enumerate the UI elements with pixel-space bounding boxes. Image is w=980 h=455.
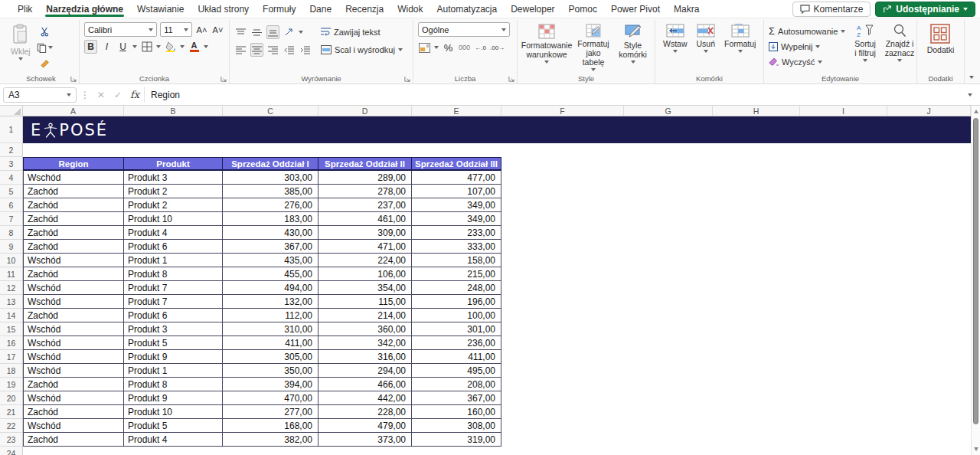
- table-cell[interactable]: 385,00: [223, 185, 318, 198]
- table-header-cell[interactable]: Sprzedaż Oddział III: [412, 157, 501, 171]
- cancel-button[interactable]: ✕: [93, 90, 109, 100]
- menu-tab-widok[interactable]: Widok: [390, 0, 430, 18]
- table-cell[interactable]: Zachód: [23, 405, 124, 419]
- table-cell[interactable]: 349,00: [412, 198, 501, 212]
- delete-cells-button[interactable]: Usuń: [694, 22, 719, 73]
- table-cell[interactable]: Produkt 9: [124, 350, 223, 364]
- table-cell[interactable]: Wschód: [23, 281, 124, 295]
- fill-button[interactable]: Wypełnij: [769, 40, 845, 53]
- percent-button[interactable]: %: [442, 41, 455, 54]
- table-cell[interactable]: Wschód: [23, 295, 124, 309]
- table-cell[interactable]: Produkt 10: [124, 405, 223, 419]
- row-header-16[interactable]: 16: [0, 336, 23, 350]
- row-header-21[interactable]: 21: [0, 405, 23, 419]
- table-cell[interactable]: 112,00: [223, 309, 318, 322]
- merge-center-button[interactable]: Scal i wyśrodkuj: [321, 43, 403, 56]
- clear-button[interactable]: Wyczyść: [769, 55, 845, 68]
- table-cell[interactable]: 316,00: [318, 350, 412, 364]
- table-cell[interactable]: 107,00: [412, 185, 501, 198]
- row-header-23[interactable]: 23: [0, 433, 23, 447]
- table-cell[interactable]: 470,00: [223, 391, 318, 405]
- number-format-combo[interactable]: Ogólne: [418, 22, 510, 37]
- menu-tab-automatyzacja[interactable]: Automatyzacja: [430, 0, 505, 18]
- table-cell[interactable]: 461,00: [318, 212, 412, 226]
- row-header-20[interactable]: 20: [0, 391, 23, 405]
- format-painter-button[interactable]: [37, 57, 53, 70]
- table-cell[interactable]: 471,00: [318, 240, 412, 254]
- table-cell[interactable]: 237,00: [318, 198, 412, 212]
- table-cell[interactable]: 477,00: [412, 171, 501, 185]
- table-cell[interactable]: 360,00: [318, 322, 412, 336]
- table-cell[interactable]: Produkt 8: [124, 378, 223, 391]
- menu-tab-uk-ad-strony[interactable]: Układ strony: [191, 0, 256, 18]
- expand-formula-bar-icon[interactable]: [968, 93, 972, 97]
- scrollbar-thumb[interactable]: [973, 118, 978, 424]
- table-cell[interactable]: 319,00: [412, 433, 501, 447]
- table-cell[interactable]: Produkt 7: [124, 281, 223, 295]
- row-header-19[interactable]: 19: [0, 378, 23, 391]
- copy-button[interactable]: [37, 41, 53, 54]
- share-button[interactable]: Udostępnianie: [875, 2, 975, 17]
- table-cell[interactable]: Wschód: [23, 364, 124, 378]
- table-cell[interactable]: 115,00: [318, 295, 412, 309]
- table-cell[interactable]: 411,00: [412, 350, 501, 364]
- table-cell[interactable]: 435,00: [223, 254, 318, 267]
- column-header-C[interactable]: C: [223, 106, 318, 116]
- align-top-button[interactable]: [234, 25, 247, 39]
- table-cell[interactable]: 236,00: [412, 336, 501, 350]
- enter-button[interactable]: ✓: [110, 90, 126, 100]
- table-cell[interactable]: Wschód: [23, 391, 124, 405]
- decrease-indent-button[interactable]: [283, 43, 296, 57]
- table-cell[interactable]: 278,00: [318, 185, 412, 198]
- borders-button[interactable]: [140, 40, 153, 54]
- table-cell[interactable]: Produkt 1: [124, 254, 223, 267]
- row-header-15[interactable]: 15: [0, 322, 23, 336]
- table-cell[interactable]: Produkt 3: [124, 171, 223, 185]
- paste-button[interactable]: Wklej: [8, 22, 34, 73]
- menu-tab-plik[interactable]: Plik: [11, 0, 39, 18]
- table-cell[interactable]: 495,00: [412, 364, 501, 378]
- table-cell[interactable]: Wschód: [23, 336, 124, 350]
- table-cell[interactable]: 442,00: [318, 391, 412, 405]
- table-cell[interactable]: Produkt 7: [124, 295, 223, 309]
- dialog-launcher-icon[interactable]: [70, 76, 77, 82]
- column-header-B[interactable]: B: [124, 106, 223, 116]
- vertical-scrollbar[interactable]: [971, 106, 980, 455]
- insert-function-button[interactable]: fx: [127, 89, 142, 100]
- table-cell[interactable]: 132,00: [223, 295, 318, 309]
- column-header-E[interactable]: E: [412, 106, 501, 116]
- table-cell[interactable]: 342,00: [318, 336, 412, 350]
- table-cell[interactable]: Produkt 10: [124, 212, 223, 226]
- table-cell[interactable]: 305,00: [223, 350, 318, 364]
- cut-button[interactable]: [37, 25, 53, 38]
- table-cell[interactable]: Produkt 5: [124, 419, 223, 433]
- row-header-8[interactable]: 8: [0, 226, 23, 240]
- table-cell[interactable]: 466,00: [318, 378, 412, 391]
- table-cell[interactable]: Produkt 2: [124, 198, 223, 212]
- table-cell[interactable]: 100,00: [412, 309, 501, 322]
- menu-tab-recenzja[interactable]: Recenzja: [338, 0, 390, 18]
- fill-color-button[interactable]: [164, 40, 177, 54]
- row-header-13[interactable]: 13: [0, 295, 23, 309]
- decrease-decimal-button[interactable]: .00→: [490, 41, 505, 54]
- align-left-button[interactable]: [234, 43, 247, 57]
- table-cell[interactable]: 276,00: [223, 198, 318, 212]
- select-all-corner[interactable]: [0, 106, 23, 116]
- row-header-12[interactable]: 12: [0, 281, 23, 295]
- align-right-button[interactable]: [266, 43, 279, 57]
- accounting-format-button[interactable]: [418, 41, 431, 54]
- table-header-cell[interactable]: Sprzedaż Oddział II: [318, 157, 412, 171]
- sort-filter-button[interactable]: AZ Sortuj i filtruj: [851, 22, 878, 73]
- table-cell[interactable]: 411,00: [223, 336, 318, 350]
- table-cell[interactable]: 367,00: [412, 391, 501, 405]
- align-middle-button[interactable]: [250, 25, 263, 39]
- row-header-10[interactable]: 10: [0, 254, 23, 267]
- column-header-J[interactable]: J: [887, 106, 971, 116]
- scroll-down-icon[interactable]: [974, 447, 978, 451]
- table-cell[interactable]: 310,00: [223, 322, 318, 336]
- table-cell[interactable]: 303,00: [223, 171, 318, 185]
- font-color-button[interactable]: A: [188, 40, 201, 54]
- scroll-up-icon[interactable]: [974, 110, 978, 113]
- menu-tab-wstawianie[interactable]: Wstawianie: [130, 0, 191, 18]
- row-header-22[interactable]: 22: [0, 419, 23, 433]
